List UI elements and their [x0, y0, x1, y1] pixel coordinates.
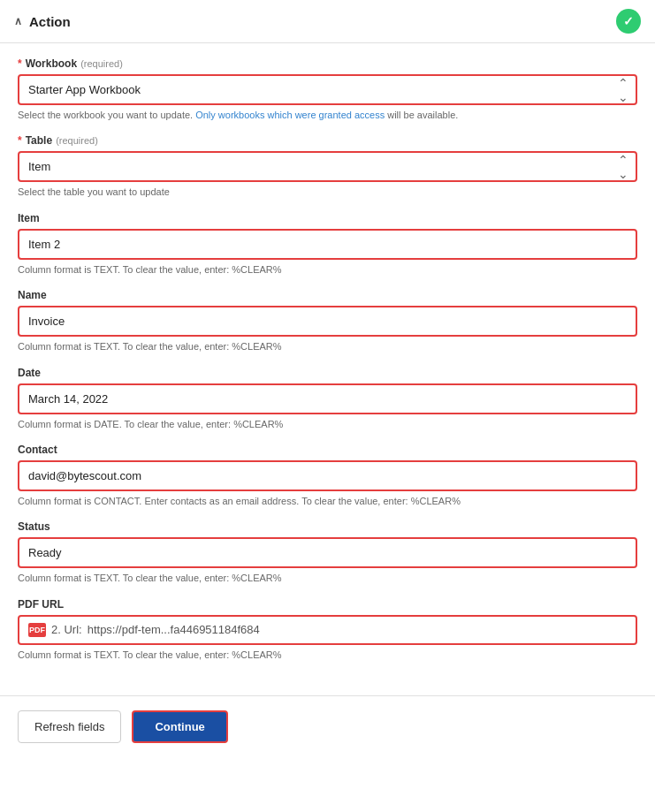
refresh-fields-button[interactable]: Refresh fields [18, 710, 121, 743]
pdf-url-prefix: 2. Url: [51, 623, 82, 636]
name-hint: Column format is TEXT. To clear the valu… [18, 340, 637, 353]
chevron-up-icon: ∧ [14, 15, 22, 27]
workbook-hint: Select the workbook you want to update. … [18, 109, 637, 122]
footer-buttons: Refresh fields Continue [0, 695, 655, 757]
item-hint: Column format is TEXT. To clear the valu… [18, 263, 637, 277]
pdf-url-label: PDF URL [18, 598, 637, 611]
workbook-label-text: Workbook [26, 57, 77, 70]
date-field-group: Date Column format is DATE. To clear the… [18, 367, 637, 431]
table-select-wrapper[interactable]: Item ⌃⌄ [18, 151, 637, 182]
status-label: Status [18, 520, 637, 533]
table-required-text: (required) [56, 135, 98, 146]
status-input[interactable] [18, 537, 637, 568]
name-field-group: Name Column format is TEXT. To clear the… [18, 289, 637, 353]
item-input[interactable] [18, 229, 637, 260]
pdf-url-field-group: PDF URL PDF 2. Url: https://pdf-tem...fa… [18, 598, 637, 662]
table-required-star: * [18, 134, 22, 147]
date-input[interactable] [18, 383, 637, 414]
status-hint: Column format is TEXT. To clear the valu… [18, 572, 637, 585]
date-label: Date [18, 367, 637, 379]
workbook-field-group: * Workbook (required) Starter App Workbo… [18, 57, 637, 122]
item-label-text: Item [18, 212, 40, 224]
name-label-text: Name [18, 289, 47, 301]
item-field-group: Item Column format is TEXT. To clear the… [18, 212, 637, 277]
table-label-text: Table [26, 134, 52, 147]
workbook-required-star: * [18, 57, 22, 70]
pdf-file-icon: PDF [28, 623, 46, 637]
continue-button[interactable]: Continue [132, 710, 227, 743]
name-input[interactable] [18, 306, 637, 337]
name-label: Name [18, 289, 637, 301]
page-title: Action [29, 14, 71, 29]
workbook-label: * Workbook (required) [18, 57, 637, 70]
contact-input[interactable] [18, 460, 637, 491]
workbook-required-text: (required) [80, 58, 123, 69]
table-field-group: * Table (required) Item ⌃⌄ Select the ta… [18, 134, 637, 199]
workbook-select[interactable]: Starter App Workbook [18, 74, 637, 105]
header: ∧ Action ✓ [0, 0, 655, 43]
contact-hint: Column format is CONTACT. Enter contacts… [18, 495, 637, 508]
status-label-text: Status [18, 520, 50, 533]
status-field-group: Status Column format is TEXT. To clear t… [18, 520, 637, 585]
pdf-url-hint: Column format is TEXT. To clear the valu… [18, 649, 637, 662]
item-label: Item [18, 212, 637, 224]
workbook-select-wrapper[interactable]: Starter App Workbook ⌃⌄ [18, 74, 637, 105]
pdf-url-input-wrapper[interactable]: PDF 2. Url: https://pdf-tem...fa44695118… [18, 615, 637, 645]
date-hint: Column format is DATE. To clear the valu… [18, 418, 637, 431]
table-hint: Select the table you want to update [18, 186, 637, 199]
contact-label: Contact [18, 444, 637, 456]
header-title-group: ∧ Action [14, 14, 71, 29]
table-select[interactable]: Item [18, 151, 637, 182]
success-check-icon: ✓ [616, 9, 641, 34]
main-content: * Workbook (required) Starter App Workbo… [0, 43, 655, 692]
table-label: * Table (required) [18, 134, 637, 147]
date-label-text: Date [18, 367, 41, 379]
contact-field-group: Contact Column format is CONTACT. Enter … [18, 444, 637, 508]
workbook-hint-link: Only workbooks which were granted access [195, 110, 385, 120]
pdf-url-value: https://pdf-tem...fa446951184f684 [88, 623, 260, 636]
contact-label-text: Contact [18, 444, 57, 456]
pdf-url-label-text: PDF URL [18, 598, 64, 611]
